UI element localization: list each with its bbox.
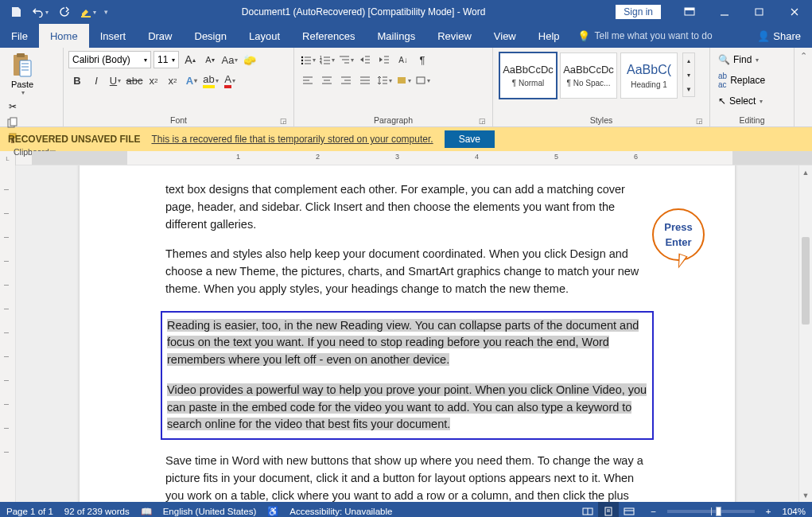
decrease-indent-icon[interactable] [356, 51, 374, 68]
recovery-save-button[interactable]: Save [445, 130, 495, 148]
sort-icon[interactable]: A↓ [394, 51, 412, 68]
share-button[interactable]: 👤 Share [746, 24, 812, 48]
collapse-ribbon-icon[interactable]: ⌃ [800, 51, 807, 61]
highlight-icon[interactable]: ab▾ [202, 72, 220, 89]
maximize-icon[interactable] [742, 0, 777, 24]
cut-icon[interactable]: ✂ [5, 99, 21, 114]
shading-icon[interactable]: ▾ [394, 72, 412, 89]
read-mode-icon[interactable] [577, 502, 598, 517]
status-words[interactable]: 92 of 239 words [64, 507, 130, 516]
page[interactable]: text box designs that complement each ot… [80, 165, 735, 502]
tellme-input[interactable]: Tell me what you want to do [595, 30, 713, 41]
paragraph[interactable]: Save time in Word with new buttons that … [165, 453, 649, 502]
paragraph-selected[interactable]: Reading is easier, too, in the new Readi… [167, 317, 647, 369]
zoom-level[interactable]: 104% [783, 507, 806, 516]
strike-icon[interactable]: abc [126, 72, 143, 89]
highlight-qat-icon[interactable]: ▾ [76, 1, 99, 23]
tab-references[interactable]: References [291, 24, 366, 48]
vertical-scrollbar[interactable]: ▲ ▼ [798, 165, 812, 502]
tab-layout[interactable]: Layout [238, 24, 291, 48]
select-button[interactable]: ↖Select▾ [715, 92, 789, 110]
web-layout-icon[interactable] [619, 502, 639, 517]
print-layout-icon[interactable] [598, 502, 619, 517]
recovery-message[interactable]: This is a recovered file that is tempora… [151, 134, 433, 145]
tab-draw[interactable]: Draw [137, 24, 183, 48]
document-canvas[interactable]: text box designs that complement each ot… [16, 165, 798, 502]
tab-help[interactable]: Help [527, 24, 571, 48]
status-page[interactable]: Page 1 of 1 [6, 507, 53, 516]
text-effects-icon[interactable]: A▾ [183, 72, 200, 89]
zoom-handle[interactable] [716, 507, 721, 516]
scroll-thumb[interactable] [802, 237, 810, 325]
copy-icon[interactable] [5, 115, 21, 130]
increase-indent-icon[interactable] [375, 51, 393, 68]
scroll-down-icon[interactable]: ▼ [799, 488, 812, 502]
align-left-icon[interactable] [299, 72, 317, 89]
minimize-icon[interactable] [707, 0, 742, 24]
undo-icon[interactable]: ▾ [29, 1, 51, 23]
dialog-launcher-icon[interactable]: ◲ [696, 117, 703, 125]
save-icon[interactable] [5, 1, 27, 23]
borders-icon[interactable]: ▾ [414, 72, 431, 89]
accessibility-icon: ♿ [267, 506, 278, 517]
close-icon[interactable] [777, 0, 812, 24]
shrink-font-icon[interactable]: A▾ [201, 51, 219, 68]
ribbon-display-icon[interactable] [672, 0, 707, 24]
styles-scroll-up-icon[interactable]: ▴ [683, 53, 694, 68]
paste-button[interactable]: Paste ▾ [5, 51, 40, 96]
italic-icon[interactable]: I [87, 72, 105, 89]
tab-home[interactable]: Home [39, 24, 89, 48]
redo-icon[interactable] [52, 1, 75, 23]
bold-icon[interactable]: B [68, 72, 86, 89]
multilevel-icon[interactable]: ▾ [337, 51, 355, 68]
horizontal-ruler[interactable]: 1 2 3 4 5 6 [16, 151, 812, 165]
vertical-ruler[interactable] [0, 165, 16, 502]
tab-review[interactable]: Review [426, 24, 483, 48]
paragraph-selected[interactable]: Video provides a powerful way to help yo… [167, 382, 647, 433]
tab-mailings[interactable]: Mailings [367, 24, 427, 48]
tab-design[interactable]: Design [184, 24, 238, 48]
scroll-up-icon[interactable]: ▲ [799, 165, 812, 179]
clear-format-icon[interactable]: 🧽 [241, 51, 258, 68]
zoom-out-icon[interactable]: − [651, 507, 656, 516]
subscript-icon[interactable]: x2 [145, 72, 162, 89]
tab-view[interactable]: View [483, 24, 527, 48]
styles-scroll-down-icon[interactable]: ▾ [683, 68, 694, 82]
grow-font-icon[interactable]: A▴ [181, 51, 199, 68]
dialog-launcher-icon[interactable]: ◲ [479, 117, 486, 125]
style-nospacing[interactable]: AaBbCcDc¶ No Spac... [560, 52, 617, 99]
paragraph[interactable]: Themes and styles also help keep your do… [165, 246, 649, 297]
paragraph[interactable]: text box designs that complement each ot… [165, 181, 649, 233]
change-case-icon[interactable]: Aa▾ [221, 51, 239, 68]
align-right-icon[interactable] [337, 72, 355, 89]
find-button[interactable]: 🔍Find▾ [715, 51, 789, 68]
font-color-icon[interactable]: A▾ [221, 72, 239, 89]
svg-rect-60 [624, 508, 634, 515]
qat-customize-icon[interactable]: ▾ [100, 1, 111, 23]
font-size-combo[interactable]: 11▾ [153, 51, 179, 68]
style-normal[interactable]: AaBbCcDc¶ Normal [499, 52, 557, 99]
zoom-slider[interactable] [667, 510, 755, 513]
zoom-in-icon[interactable]: + [766, 507, 771, 516]
dialog-launcher-icon[interactable]: ◲ [280, 117, 287, 125]
show-marks-icon[interactable]: ¶ [414, 51, 431, 68]
justify-icon[interactable] [356, 72, 374, 89]
bullets-icon[interactable]: ▾ [299, 51, 317, 68]
tab-insert[interactable]: Insert [89, 24, 138, 48]
numbering-icon[interactable]: 123▾ [318, 51, 336, 68]
align-center-icon[interactable] [318, 72, 336, 89]
styles-expand-icon[interactable]: ▼ [683, 82, 694, 96]
underline-icon[interactable]: U▾ [107, 72, 124, 89]
status-language[interactable]: English (United States) [163, 507, 257, 516]
svg-marker-34 [379, 57, 383, 62]
superscript-icon[interactable]: x2 [164, 72, 181, 89]
status-accessibility[interactable]: Accessibility: Unavailable [289, 507, 392, 516]
sign-in-button[interactable]: Sign in [616, 5, 661, 19]
style-heading1[interactable]: AaBbC(Heading 1 [620, 52, 678, 99]
spellcheck-icon[interactable]: 📖 [141, 506, 152, 517]
tab-file[interactable]: File [0, 24, 39, 48]
quick-access-toolbar: ▾ ▾ ▾ [0, 1, 111, 23]
replace-button[interactable]: abacReplace [715, 72, 789, 89]
font-name-combo[interactable]: Calibri (Body)▾ [68, 51, 151, 68]
line-spacing-icon[interactable]: ▾ [375, 72, 393, 89]
